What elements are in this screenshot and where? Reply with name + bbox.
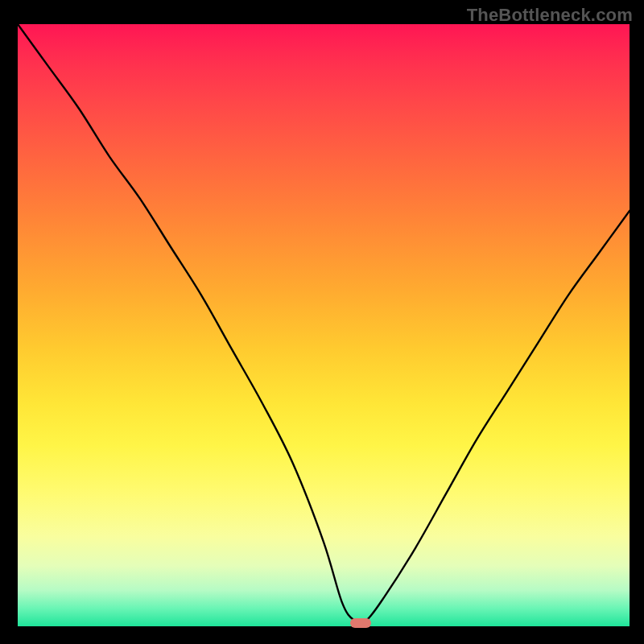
plot-area	[18, 24, 630, 626]
watermark-text: TheBottleneck.com	[467, 5, 633, 26]
chart-frame: TheBottleneck.com	[0, 0, 644, 644]
bottleneck-curve	[18, 24, 630, 626]
bottleneck-marker	[350, 618, 371, 628]
